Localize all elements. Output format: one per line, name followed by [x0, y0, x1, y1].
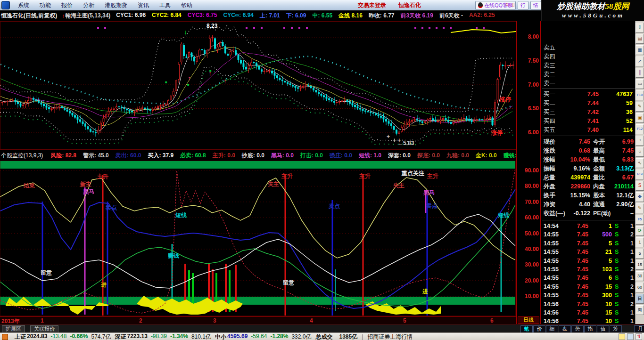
buy-row-4: 买四7.4152: [541, 117, 636, 125]
toolbar-button-行[interactable]: 行: [518, 1, 528, 10]
period-button-日[interactable]: 日: [636, 294, 644, 304]
f10-icon[interactable]: F10: [636, 90, 644, 100]
sell-row-4: 卖四: [541, 52, 636, 61]
circle-icon[interactable]: ○: [636, 147, 644, 157]
period-button-15[interactable]: 15: [636, 260, 644, 270]
updown-arrows-icon[interactable]: ⇅: [636, 333, 642, 340]
tick-price: 7.45: [565, 283, 588, 291]
bottom-tab-关联报价[interactable]: 关联报价: [30, 325, 58, 333]
buy-volume: 52: [602, 117, 633, 125]
view-tab-势[interactable]: 势: [571, 325, 584, 333]
period-button-5[interactable]: 5: [636, 249, 644, 259]
s-icon[interactable]: S: [636, 181, 644, 191]
download-icon[interactable]: ⇩: [636, 23, 644, 32]
menu-系统[interactable]: 系统: [13, 0, 34, 10]
detail-label: 涨幅: [544, 155, 555, 164]
note-icon[interactable]: ✎: [636, 102, 644, 112]
tick-side: S: [615, 230, 619, 239]
menu-资讯[interactable]: 资讯: [132, 0, 154, 10]
tick-time: 14:54: [544, 222, 559, 230]
view-tab-价[interactable]: 价: [533, 325, 545, 333]
detail-row-总量: 总量439974量比6.67: [541, 173, 636, 182]
bottom-tab-扩展区[interactable]: 扩展区: [2, 325, 25, 333]
line-chart-icon[interactable]: ↗: [636, 57, 644, 66]
index-change: -98.39: [151, 333, 167, 340]
chart-corner-icons[interactable]: ○ ▯: [505, 1, 516, 8]
status-mini-icons: ⇅: [617, 333, 642, 340]
report-icon[interactable]: ▤: [636, 34, 644, 44]
lower-axis-label-10.00: 10.00: [525, 293, 539, 300]
tick-time: 14:56: [544, 300, 559, 308]
tick-row: 14:557.4521S1: [541, 248, 636, 256]
trading-app-window: { "menubar":{ "menus":["系统","功能","报价","分…: [0, 0, 644, 340]
buy-label: 买二: [544, 99, 555, 107]
menu-报价[interactable]: 报价: [56, 0, 78, 10]
message-icon[interactable]: [619, 333, 625, 340]
buy-price: 7.40: [570, 126, 599, 134]
tick-volume: 6: [589, 274, 612, 282]
main-candlestick-chart[interactable]: [0, 21, 516, 150]
monitor-黑马: 黑马: 0.0: [271, 152, 294, 160]
sell-row-2: 卖二: [541, 70, 636, 79]
detail-label: 净资: [544, 200, 555, 209]
tick-row: 14:557.45103S2: [541, 265, 636, 274]
detail-value: 7.45: [608, 146, 634, 155]
buy-row-2: 买二7.4459: [541, 99, 636, 107]
main-axis-label-6.50: 6.50: [528, 105, 539, 112]
menu-港股期货[interactable]: 港股期货: [99, 0, 132, 10]
main-indicator-name[interactable]: 翰海主图(5,13,34): [65, 12, 110, 20]
sell-label: 卖二: [544, 70, 555, 79]
draw-icon[interactable]: ✎: [636, 203, 644, 213]
index-中小: 中小4595.69-59.64-1.28%332.0亿: [215, 333, 311, 340]
period-label-box[interactable]: 日线: [518, 316, 539, 324]
app-logo-icon[interactable]: [1, 1, 10, 9]
period-button-周[interactable]: 周: [636, 305, 644, 315]
view-tab-值[interactable]: 值: [597, 325, 609, 333]
period-button-30[interactable]: 30: [636, 271, 644, 281]
main-axis-label-7.50: 7.50: [528, 57, 539, 64]
detail-value: 4.40: [566, 200, 590, 209]
header-item-CYC1: CYC1: 6.96: [116, 12, 146, 20]
mini-buttons: 行情: [516, 1, 541, 10]
network-icon[interactable]: [627, 333, 634, 340]
view-tab-筹[interactable]: 筹: [610, 325, 622, 333]
f12-icon[interactable]: F12: [636, 124, 644, 134]
rsi-icon[interactable]: RSI: [636, 170, 644, 179]
table-icon[interactable]: ▦: [636, 45, 644, 55]
menu-帮助[interactable]: 帮助: [176, 0, 198, 10]
refresh-icon[interactable]: ⟳: [636, 226, 644, 236]
banner-brand: 58股网: [605, 2, 629, 11]
lower-indicator-chart[interactable]: [0, 161, 516, 316]
menu-功能[interactable]: 功能: [34, 0, 56, 10]
f5-icon[interactable]: F5: [636, 215, 644, 225]
view-tab-盘[interactable]: 盘: [559, 325, 571, 333]
view-tab-笔[interactable]: 笔: [520, 325, 533, 333]
header-item-: 金线 8.16: [339, 12, 363, 20]
folder-icon[interactable]: ▣: [636, 113, 644, 123]
menu-分析[interactable]: 分析: [78, 0, 99, 10]
period-button-60[interactable]: 60: [636, 283, 644, 292]
tick-time: 14:55: [544, 230, 559, 239]
indicator-title[interactable]: 个股监控(13,9,3): [1, 152, 43, 160]
quote-panel: 卖五卖四卖三卖二卖一买一7.4547637买二7.4459买三7.4236买四7…: [541, 21, 635, 325]
list-icon[interactable]: ▭: [636, 79, 644, 89]
trade-login-status[interactable]: 交易未登录: [358, 1, 386, 9]
detail-label: 涨跌: [544, 146, 555, 155]
broker-feed-label[interactable]: 招商证券上海行情: [367, 333, 413, 340]
period-button-1[interactable]: 1: [636, 237, 644, 247]
wave-icon[interactable]: ∿: [636, 158, 644, 168]
tick-volume: 1: [589, 222, 612, 230]
zx-icon[interactable]: ◔: [636, 136, 644, 146]
header-item-CYC2: CYC2: 6.84: [152, 12, 182, 20]
kline-icon[interactable]: ║: [636, 68, 644, 78]
index-percent: -1.34%: [170, 333, 188, 340]
period-button-月[interactable]: 月: [634, 325, 644, 333]
toolbar-button-情[interactable]: 情: [530, 1, 541, 10]
detail-row-现价: 现价7.45今开6.99: [541, 138, 636, 146]
view-tab-指[interactable]: 指: [584, 325, 596, 333]
menu-工具[interactable]: 工具: [154, 0, 176, 10]
view-tab-细[interactable]: 细: [546, 325, 558, 333]
lower-axis-label-60.00: 60.00: [525, 214, 539, 221]
move-icon[interactable]: ✥: [636, 192, 644, 202]
tick-count: 2: [620, 265, 634, 274]
